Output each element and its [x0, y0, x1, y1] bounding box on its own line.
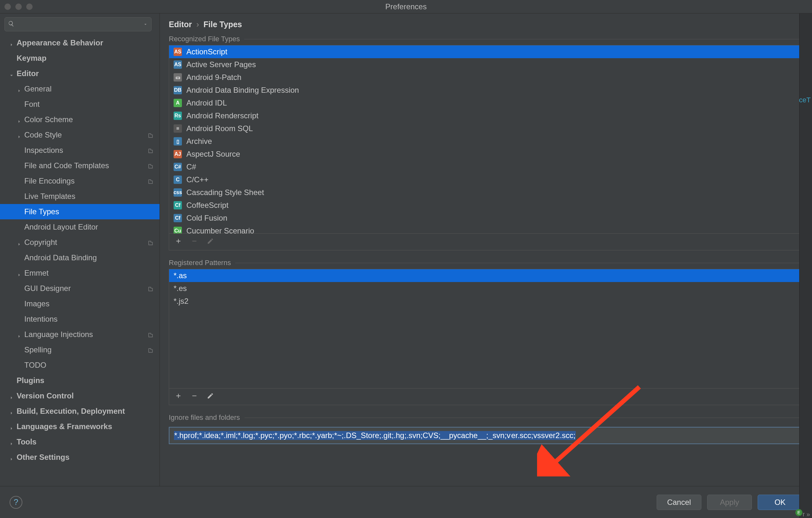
- sidebar-item-label: General: [24, 84, 52, 93]
- file-type-icon: Cf: [174, 201, 182, 209]
- sidebar-item-appearance-behavior[interactable]: Appearance & Behavior: [0, 35, 160, 51]
- sidebar-item-live-templates[interactable]: Live Templates: [0, 189, 160, 204]
- sidebar-item-gui-designer[interactable]: GUI Designer: [0, 281, 160, 296]
- file-type-row[interactable]: ASActionScript: [169, 46, 803, 58]
- chevron-down-icon: [9, 71, 14, 76]
- background-badge: E: [795, 509, 803, 516]
- file-type-icon: ▯: [174, 137, 182, 145]
- file-type-label: ActionScript: [186, 47, 227, 56]
- sidebar-item-label: Language Injections: [24, 330, 93, 339]
- file-type-row[interactable]: ▯Archive: [169, 135, 803, 148]
- sidebar-item-images[interactable]: Images: [0, 296, 160, 311]
- registered-patterns-label: Registered Patterns: [169, 259, 803, 267]
- sidebar-item-editor[interactable]: Editor: [0, 66, 160, 81]
- file-type-icon: Rs: [174, 112, 182, 120]
- recognized-file-types-label: Recognized File Types: [169, 35, 803, 43]
- sidebar-item-build-execution-deployment[interactable]: Build, Execution, Deployment: [0, 404, 160, 419]
- file-type-row[interactable]: AAndroid IDL: [169, 96, 803, 109]
- sidebar-item-font[interactable]: Font: [0, 96, 160, 112]
- sidebar-item-languages-frameworks[interactable]: Languages & Frameworks: [0, 419, 160, 434]
- sidebar-item-file-encodings[interactable]: File Encodings: [0, 173, 160, 189]
- file-type-row[interactable]: ASActive Server Pages: [169, 58, 803, 71]
- sidebar-item-label: Font: [24, 100, 40, 109]
- sidebar-item-android-data-binding[interactable]: Android Data Binding: [0, 250, 160, 265]
- sidebar-item-label: Languages & Frameworks: [17, 422, 112, 431]
- apply-button[interactable]: Apply: [707, 495, 752, 510]
- sidebar-item-intentions[interactable]: Intentions: [0, 311, 160, 327]
- sidebar-item-inspections[interactable]: Inspections: [0, 143, 160, 158]
- sidebar-item-file-and-code-templates[interactable]: File and Code Templates: [0, 158, 160, 173]
- sidebar-item-todo[interactable]: TODO: [0, 357, 160, 373]
- pattern-row[interactable]: *.as: [169, 269, 803, 282]
- sidebar-item-spelling[interactable]: Spelling: [0, 342, 160, 357]
- pattern-row[interactable]: *.es: [169, 282, 803, 295]
- file-type-icon: AS: [174, 48, 182, 56]
- pattern-label: *.as: [174, 271, 187, 280]
- chevron-right-icon: [9, 40, 14, 46]
- sidebar-item-other-settings[interactable]: Other Settings: [0, 450, 160, 465]
- file-type-row[interactable]: CfCold Fusion: [169, 212, 803, 225]
- ignore-files-input[interactable]: *.hprof;*.idea;*.iml;*.log;*.pyc;*.pyo;*…: [169, 427, 803, 444]
- ok-button[interactable]: OK: [758, 495, 803, 510]
- sidebar-item-keymap[interactable]: Keymap: [0, 51, 160, 66]
- file-type-label: Archive: [186, 137, 212, 146]
- caret-spacer: [17, 209, 22, 214]
- section-title: Ignore files and folders: [169, 413, 240, 422]
- sidebar-item-label: Android Layout Editor: [24, 223, 98, 231]
- cancel-button[interactable]: Cancel: [657, 495, 701, 510]
- file-type-row[interactable]: CuCucumber Scenario: [169, 225, 803, 233]
- remove-pattern-button[interactable]: [191, 392, 198, 401]
- file-type-row[interactable]: CC/C++: [169, 173, 803, 186]
- sidebar-item-general[interactable]: General: [0, 81, 160, 96]
- sidebar-item-code-style[interactable]: Code Style: [0, 127, 160, 143]
- project-override-icon: [147, 132, 154, 138]
- recognized-file-types-list[interactable]: ASActionScriptASActive Server Pages▭Andr…: [169, 45, 803, 250]
- file-type-row[interactable]: cssCascading Style Sheet: [169, 186, 803, 199]
- file-type-row[interactable]: ≡Android Room SQL: [169, 122, 803, 135]
- divider: [235, 263, 803, 263]
- file-type-row[interactable]: CfCoffeeScript: [169, 199, 803, 212]
- sidebar-item-label: Editor: [17, 69, 39, 78]
- file-type-row[interactable]: AJAspectJ Source: [169, 148, 803, 161]
- pattern-label: *.js2: [174, 297, 188, 306]
- file-type-icon: css: [174, 188, 182, 197]
- sidebar-item-version-control[interactable]: Version Control: [0, 388, 160, 404]
- registered-patterns-list[interactable]: *.as*.es*.js2: [169, 269, 803, 405]
- sidebar-item-label: Keymap: [17, 54, 46, 63]
- background-text2: r »: [803, 511, 810, 518]
- file-type-row[interactable]: DBAndroid Data Binding Expression: [169, 84, 803, 96]
- search-input[interactable]: [4, 17, 151, 31]
- sidebar-item-color-scheme[interactable]: Color Scheme: [0, 112, 160, 127]
- sidebar-item-tools[interactable]: Tools: [0, 434, 160, 450]
- background-text: ceT: [799, 96, 811, 104]
- sidebar-item-label: GUI Designer: [24, 284, 71, 293]
- edit-pattern-button[interactable]: [207, 392, 214, 401]
- sidebar-item-language-injections[interactable]: Language Injections: [0, 327, 160, 342]
- sidebar-item-label: Live Templates: [24, 192, 76, 201]
- breadcrumb-root[interactable]: Editor: [169, 20, 192, 29]
- file-type-row[interactable]: RsAndroid Renderscript: [169, 109, 803, 122]
- file-type-label: C/C++: [186, 175, 208, 184]
- file-type-row[interactable]: ▭Android 9-Patch: [169, 71, 803, 84]
- caret-spacer: [17, 148, 22, 153]
- chevron-right-icon: [17, 133, 22, 138]
- sidebar-item-file-types[interactable]: File Types: [0, 204, 160, 219]
- help-button[interactable]: ?: [9, 496, 22, 509]
- sidebar-item-label: Emmet: [24, 268, 49, 278]
- pattern-row[interactable]: *.js2: [169, 295, 803, 308]
- remove-file-type-button[interactable]: [191, 237, 198, 247]
- search-chevron-icon: [143, 20, 148, 29]
- sidebar-item-copyright[interactable]: Copyright: [0, 235, 160, 250]
- file-type-row[interactable]: C#C#: [169, 161, 803, 173]
- sidebar-item-emmet[interactable]: Emmet: [0, 265, 160, 281]
- sidebar-item-label: Spelling: [24, 345, 52, 354]
- sidebar-item-plugins[interactable]: Plugins: [0, 373, 160, 388]
- file-type-icon: A: [174, 99, 182, 107]
- edit-file-type-button[interactable]: [207, 237, 214, 247]
- sidebar-item-android-layout-editor[interactable]: Android Layout Editor: [0, 219, 160, 235]
- settings-tree[interactable]: Appearance & BehaviorKeymapEditorGeneral…: [0, 35, 160, 486]
- sidebar-item-label: Version Control: [17, 392, 74, 400]
- add-file-type-button[interactable]: [175, 237, 182, 247]
- add-pattern-button[interactable]: [175, 392, 182, 401]
- content-panel: Editor › File Types Recognized File Type…: [160, 13, 812, 486]
